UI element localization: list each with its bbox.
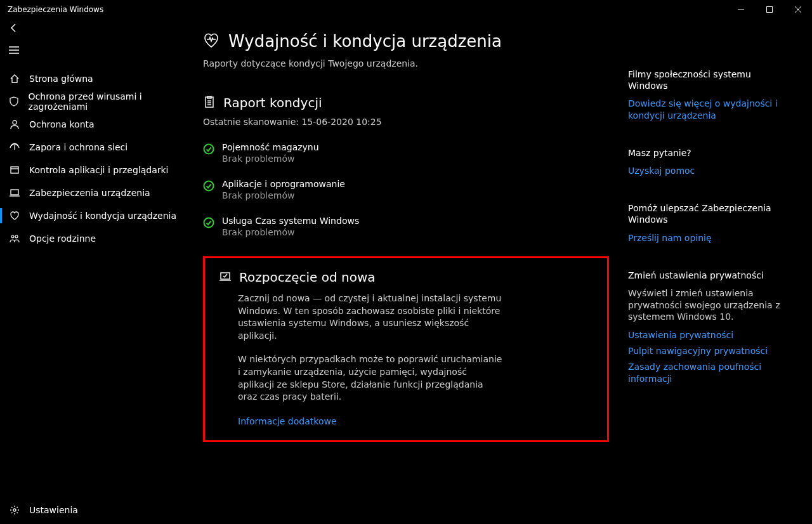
sidebar-item-virus[interactable]: Ochrona przed wirusami i zagrożeniami	[0, 90, 190, 113]
person-icon	[9, 119, 20, 130]
sidebar-item-devicesec[interactable]: Zabezpieczenia urządzenia	[0, 181, 190, 204]
svg-point-13	[15, 235, 18, 238]
fresh-start-p2: W niektórych przypadkach może to poprawi…	[238, 353, 504, 403]
sidebar-item-account[interactable]: Ochrona konta	[0, 113, 190, 136]
health-item-title: Pojemność magazynu	[222, 142, 319, 152]
svg-point-7	[13, 121, 16, 124]
back-button[interactable]	[9, 23, 19, 35]
health-item-status: Brak problemów	[222, 190, 345, 200]
health-item-status: Brak problemów	[222, 154, 319, 164]
shield-icon	[9, 96, 20, 107]
settings-label: Ustawienia	[29, 505, 78, 515]
device-icon	[9, 187, 20, 199]
sidebar-item-health[interactable]: Wydajność i kondycja urządzenia	[0, 204, 190, 227]
rc-title: Filmy społeczności systemu Windows	[628, 69, 780, 91]
maximize-button[interactable]	[755, 0, 783, 19]
svg-rect-10	[11, 190, 18, 195]
health-item-title: Usługa Czas systemu Windows	[222, 216, 359, 226]
heart-icon	[9, 210, 20, 221]
family-icon	[9, 233, 20, 244]
check-ok-icon	[203, 217, 214, 228]
sidebar-item-label: Opcje rodzinne	[29, 233, 96, 244]
check-ok-icon	[203, 180, 214, 192]
sidebar-item-label: Wydajność i kondycja urządzenia	[29, 211, 176, 221]
fresh-start-box: Rozpoczęcie od nowa Zacznij od nowa — od…	[203, 256, 609, 442]
sidebar-item-settings[interactable]: Ustawienia	[0, 496, 190, 524]
report-icon	[203, 96, 216, 110]
fresh-start-icon	[219, 270, 232, 285]
home-icon	[9, 73, 20, 84]
health-report-section: Raport kondycji Ostatnie skanowanie: 15-…	[203, 95, 609, 237]
window-controls	[726, 0, 812, 19]
rc-text: Wyświetl i zmień ustawienia prywatności …	[628, 287, 780, 324]
hamburger-button[interactable]	[9, 46, 19, 56]
svg-point-22	[204, 218, 214, 228]
svg-rect-8	[11, 167, 18, 173]
svg-point-12	[11, 235, 14, 238]
sidebar-item-label: Strona główna	[29, 74, 93, 84]
app-icon	[9, 164, 20, 176]
rc-link-privacy-dashboard[interactable]: Pulpit nawigacyjny prywatności	[628, 345, 780, 357]
minimize-button[interactable]	[726, 0, 755, 19]
rc-link-privacy-policy[interactable]: Zasady zachowania poufności informacji	[628, 361, 780, 385]
page-subtitle: Raporty dotyczące kondycji Twojego urząd…	[203, 58, 609, 69]
rc-title: Masz pytanie?	[628, 147, 780, 159]
rc-link-help[interactable]: Uzyskaj pomoc	[628, 165, 780, 177]
sidebar-item-label: Zapora i ochrona sieci	[29, 142, 128, 152]
sidebar-item-firewall[interactable]: Zapora i ochrona sieci	[0, 136, 190, 159]
sidebar-item-appcontrol[interactable]: Kontrola aplikacji i przeglądarki	[0, 159, 190, 181]
right-column: Filmy społeczności systemu Windows Dowie…	[628, 63, 780, 524]
rc-privacy: Zmień ustawienia prywatności Wyświetl i …	[628, 270, 780, 385]
svg-point-14	[13, 509, 16, 511]
svg-point-20	[204, 145, 214, 154]
svg-rect-1	[766, 7, 772, 13]
titlebar: Zabezpieczenia Windows	[0, 0, 812, 19]
sidebar-item-label: Kontrola aplikacji i przeglądarki	[29, 165, 168, 175]
health-item-status: Brak problemów	[222, 227, 359, 237]
report-lastscan: Ostatnie skanowanie: 15-06-2020 10:25	[203, 117, 609, 127]
rc-community: Filmy społeczności systemu Windows Dowie…	[628, 69, 780, 122]
health-item-title: Aplikacje i oprogramowanie	[222, 179, 345, 189]
rc-link-feedback[interactable]: Prześlij nam opinię	[628, 232, 780, 244]
rc-title: Zmień ustawienia prywatności	[628, 270, 780, 281]
network-icon	[9, 141, 20, 153]
health-item-time: Usługa Czas systemu Windows Brak problem…	[203, 216, 609, 237]
rc-title: Pomóż ulepszać Zabezpieczenia Windows	[628, 202, 780, 225]
rc-link-privacy-settings[interactable]: Ustawienia prywatności	[628, 329, 780, 341]
fresh-start-title: Rozpoczęcie od nowa	[239, 270, 376, 285]
health-item-storage: Pojemność magazynu Brak problemów	[203, 142, 609, 164]
sidebar-item-label: Zabezpieczenia urządzenia	[29, 188, 150, 198]
rc-improve: Pomóż ulepszać Zabezpieczenia Windows Pr…	[628, 202, 780, 244]
sidebar-item-home[interactable]: Strona główna	[0, 67, 190, 90]
page-title: Wydajność i kondycja urządzenia	[228, 32, 502, 51]
sidebar: Strona główna Ochrona przed wirusami i z…	[0, 63, 190, 524]
rc-question: Masz pytanie? Uzyskaj pomoc	[628, 147, 780, 177]
sidebar-item-label: Ochrona przed wirusami i zagrożeniami	[29, 91, 190, 112]
main-content: Wydajność i kondycja urządzenia Raporty …	[203, 63, 628, 524]
svg-point-21	[204, 181, 214, 191]
health-item-apps: Aplikacje i oprogramowanie Brak problemó…	[203, 179, 609, 200]
gear-icon	[9, 504, 20, 516]
sidebar-item-label: Ochrona konta	[29, 119, 95, 129]
rc-link-community[interactable]: Dowiedz się więcej o wydajności i kondyc…	[628, 98, 780, 122]
report-title: Raport kondycji	[223, 95, 322, 110]
heart-icon	[203, 32, 219, 51]
app-title: Zabezpieczenia Windows	[8, 5, 103, 14]
sidebar-item-family[interactable]: Opcje rodzinne	[0, 227, 190, 250]
fresh-start-p1: Zacznij od nowa — od czystej i aktualnej…	[238, 292, 504, 342]
page-header: Wydajność i kondycja urządzenia	[203, 32, 609, 51]
fresh-start-link[interactable]: Informacje dodatkowe	[238, 416, 337, 426]
close-button[interactable]	[783, 0, 812, 19]
check-ok-icon	[203, 143, 214, 155]
